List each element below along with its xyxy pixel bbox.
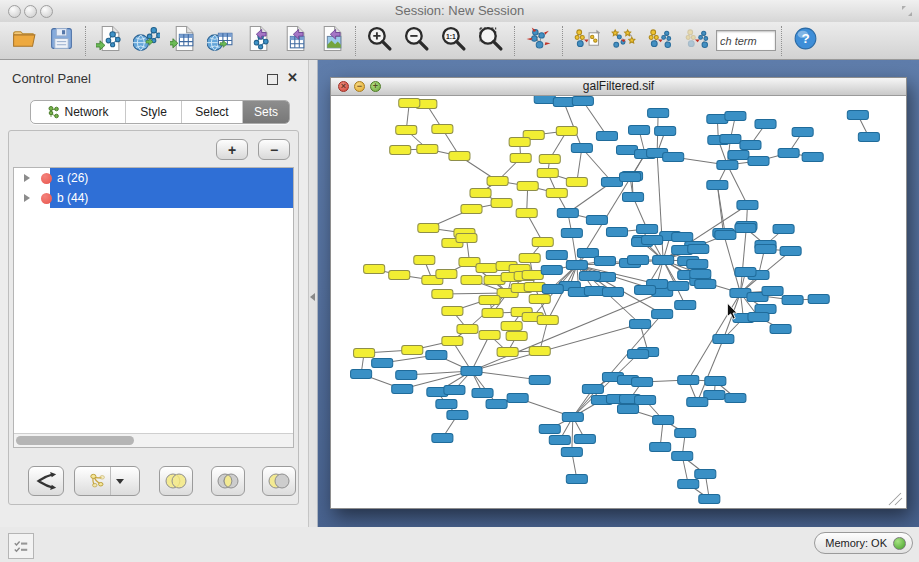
network-node[interactable]: [396, 371, 417, 380]
network-node[interactable]: [510, 154, 531, 163]
open-session-button[interactable]: [6, 24, 43, 58]
network-node[interactable]: [582, 385, 603, 394]
search-input[interactable]: [716, 30, 776, 51]
union-button[interactable]: [159, 466, 193, 496]
network-node[interactable]: [557, 209, 578, 218]
network-node[interactable]: [470, 189, 491, 198]
network-node[interactable]: [537, 169, 558, 178]
network-node[interactable]: [652, 310, 673, 319]
network-node[interactable]: [457, 325, 478, 334]
network-node[interactable]: [482, 309, 503, 318]
network-node[interactable]: [529, 295, 550, 304]
close-panel-icon[interactable]: ✕: [287, 70, 298, 85]
new-network-from-selection-button[interactable]: [568, 24, 605, 58]
resize-grip-icon[interactable]: [889, 493, 902, 505]
network-node[interactable]: [707, 181, 728, 190]
network-node[interactable]: [642, 236, 663, 245]
network-node[interactable]: [479, 296, 500, 305]
network-node[interactable]: [456, 234, 477, 243]
network-node[interactable]: [354, 349, 375, 358]
network-window[interactable]: × − + galFiltered.sif: [330, 77, 907, 509]
network-node[interactable]: [486, 400, 507, 409]
network-node[interactable]: [487, 177, 508, 186]
network-node[interactable]: [687, 260, 708, 269]
network-node[interactable]: [748, 313, 769, 322]
network-node[interactable]: [602, 288, 623, 297]
network-node[interactable]: [699, 495, 720, 504]
network-node[interactable]: [780, 247, 801, 256]
network-node[interactable]: [372, 359, 393, 368]
network-node[interactable]: [577, 249, 598, 258]
network-node[interactable]: [737, 201, 758, 210]
memory-status-button[interactable]: Memory: OK: [814, 532, 913, 554]
network-node[interactable]: [574, 435, 595, 444]
network-node[interactable]: [472, 389, 493, 398]
network-node[interactable]: [562, 413, 583, 422]
network-node[interactable]: [778, 149, 799, 158]
intersection-button[interactable]: [211, 466, 245, 496]
network-node[interactable]: [720, 135, 741, 144]
show-all-button[interactable]: [679, 24, 716, 58]
network-node[interactable]: [351, 370, 372, 379]
network-node[interactable]: [507, 394, 528, 403]
expand-arrow-icon[interactable]: [24, 194, 30, 202]
network-node[interactable]: [534, 96, 555, 104]
network-node[interactable]: [491, 199, 512, 208]
window-titlebar[interactable]: Session: New Session: [0, 0, 919, 23]
network-node[interactable]: [629, 126, 650, 135]
network-node[interactable]: [735, 224, 756, 233]
network-canvas[interactable]: [331, 96, 904, 507]
network-node[interactable]: [596, 132, 617, 141]
network-node[interactable]: [748, 157, 769, 166]
network-node[interactable]: [396, 126, 417, 135]
add-set-button[interactable]: +: [216, 139, 248, 160]
network-node[interactable]: [556, 127, 577, 136]
tab-style[interactable]: Style: [126, 101, 182, 123]
save-session-button[interactable]: [43, 24, 80, 58]
network-node[interactable]: [782, 296, 803, 305]
network-node[interactable]: [802, 153, 823, 162]
network-node[interactable]: [461, 276, 482, 285]
network-node[interactable]: [417, 145, 438, 154]
network-node[interactable]: [688, 245, 709, 254]
apply-layout-button[interactable]: [520, 24, 557, 58]
export-table-button[interactable]: [276, 24, 313, 58]
import-table-file-button[interactable]: [165, 24, 202, 58]
network-node[interactable]: [561, 229, 582, 238]
network-node[interactable]: [594, 257, 615, 266]
fullscreen-icon[interactable]: [901, 5, 913, 17]
sets-list[interactable]: a (26)b (44): [13, 167, 294, 448]
network-node[interactable]: [522, 271, 543, 280]
network-node[interactable]: [566, 475, 587, 484]
network-node[interactable]: [655, 127, 676, 136]
panel-splitter[interactable]: [308, 60, 318, 527]
export-image-button[interactable]: [313, 24, 350, 58]
network-node[interactable]: [519, 254, 540, 263]
network-node[interactable]: [792, 128, 813, 137]
network-node[interactable]: [549, 436, 570, 445]
network-node[interactable]: [546, 251, 567, 260]
set-row[interactable]: a (26): [14, 168, 293, 188]
network-node[interactable]: [653, 416, 674, 425]
network-node[interactable]: [537, 316, 558, 325]
difference-button[interactable]: [262, 466, 296, 496]
network-node[interactable]: [572, 97, 593, 106]
network-node[interactable]: [618, 405, 639, 414]
network-node[interactable]: [695, 280, 716, 289]
network-node[interactable]: [432, 434, 453, 443]
network-node[interactable]: [509, 138, 530, 147]
network-node[interactable]: [461, 205, 482, 214]
help-button[interactable]: ?: [787, 24, 824, 58]
network-node[interactable]: [663, 153, 684, 162]
network-node[interactable]: [546, 189, 567, 198]
zoom-actual-size-button[interactable]: 1:1: [435, 24, 472, 58]
network-node[interactable]: [389, 271, 410, 280]
scrollbar-thumb[interactable]: [16, 436, 134, 445]
network-node[interactable]: [725, 394, 746, 403]
network-node[interactable]: [571, 144, 592, 153]
network-node[interactable]: [442, 337, 463, 346]
network-node[interactable]: [539, 155, 560, 164]
fit-selection-button[interactable]: [472, 24, 509, 58]
network-node[interactable]: [678, 480, 699, 489]
network-node[interactable]: [436, 400, 457, 409]
